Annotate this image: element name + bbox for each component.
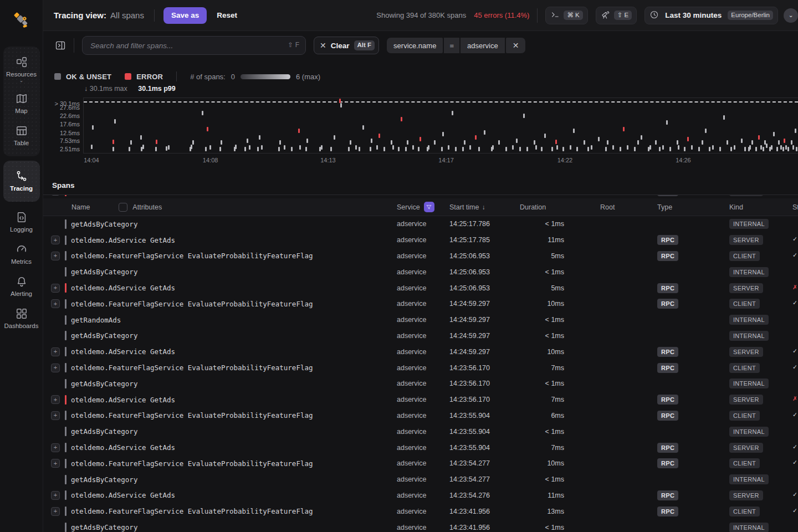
sidebar-item-map[interactable]: Map <box>3 88 40 120</box>
table-row[interactable]: + oteldemo.FeatureFlagService EvaluatePr… <box>43 248 798 264</box>
span-point[interactable] <box>442 132 444 136</box>
span-point[interactable] <box>555 140 557 144</box>
span-point[interactable] <box>773 132 775 136</box>
span-point[interactable] <box>434 140 436 145</box>
span-point[interactable] <box>412 145 414 150</box>
sidebar-item-dashboards[interactable]: Dashboards <box>3 303 40 335</box>
span-point[interactable] <box>448 145 449 150</box>
table-row[interactable]: + oteldemo.FeatureFlagService EvaluatePr… <box>43 360 798 376</box>
span-point[interactable] <box>130 140 132 145</box>
span-point[interactable] <box>709 147 710 151</box>
span-point[interactable] <box>155 147 157 151</box>
span-point[interactable] <box>541 147 543 151</box>
span-point[interactable] <box>556 145 558 150</box>
span-point[interactable] <box>383 147 385 151</box>
span-point[interactable] <box>339 99 341 103</box>
span-point[interactable] <box>340 103 342 108</box>
span-point[interactable] <box>782 147 784 151</box>
span-point[interactable] <box>235 145 237 149</box>
span-point[interactable] <box>192 140 194 145</box>
span-point[interactable] <box>428 145 429 150</box>
chart-plot-area[interactable] <box>83 98 798 154</box>
table-row[interactable]: + oteldemo.AdService GetAds adservice 14… <box>43 392 798 408</box>
span-point[interactable] <box>620 147 621 151</box>
span-point[interactable] <box>112 140 114 144</box>
span-point[interactable] <box>392 145 394 150</box>
table-row[interactable]: + getAdsByCategory adservice 14:25:06.95… <box>43 264 798 280</box>
span-point[interactable] <box>469 145 471 150</box>
table-row[interactable]: + getAdsByCategory adservice 14:23:41.95… <box>43 519 798 532</box>
span-point[interactable] <box>516 139 518 143</box>
span-point[interactable] <box>202 111 203 115</box>
span-point[interactable] <box>534 140 535 145</box>
span-point[interactable] <box>305 147 307 151</box>
span-point[interactable] <box>464 140 466 145</box>
span-point[interactable] <box>142 145 144 149</box>
span-point[interactable] <box>778 140 780 145</box>
span-point[interactable] <box>734 145 735 150</box>
filter-chip-key[interactable]: service.name <box>387 38 443 53</box>
span-point[interactable] <box>780 145 782 150</box>
table-row[interactable]: + oteldemo.AdService GetAds adservice 14… <box>43 439 798 456</box>
span-point[interactable] <box>562 147 564 151</box>
search-input[interactable] <box>82 36 306 55</box>
table-row[interactable]: + oteldemo.AdService GetAds adservice 14… <box>43 488 798 504</box>
span-point[interactable] <box>348 147 350 151</box>
span-point[interactable] <box>637 140 639 145</box>
table-row[interactable]: + oteldemo.AdService GetAds adservice 14… <box>43 344 798 360</box>
span-point[interactable] <box>284 145 285 150</box>
span-point[interactable] <box>612 145 614 150</box>
span-point[interactable] <box>257 147 259 151</box>
command-palette-button[interactable]: ⌘ K <box>545 7 587 24</box>
span-point[interactable] <box>691 145 693 150</box>
column-start-time[interactable]: Start time <box>449 203 479 211</box>
span-point[interactable] <box>306 139 308 143</box>
span-point[interactable] <box>705 129 707 133</box>
span-point[interactable] <box>526 147 528 151</box>
time-range-button[interactable]: Last 30 minutes Europe/Berlin <box>644 7 778 24</box>
span-point[interactable] <box>355 145 357 150</box>
span-point[interactable] <box>205 147 207 151</box>
span-point[interactable] <box>795 129 796 133</box>
span-point[interactable] <box>576 147 578 151</box>
table-row[interactable]: + oteldemo.FeatureFlagService EvaluatePr… <box>43 296 798 312</box>
span-point[interactable] <box>744 147 746 151</box>
span-point[interactable] <box>766 144 768 148</box>
filter-chip-value[interactable]: adservice <box>461 38 505 53</box>
span-point[interactable] <box>751 140 753 145</box>
span-point[interactable] <box>669 147 671 151</box>
span-point[interactable] <box>478 147 480 151</box>
column-status[interactable]: Status <box>787 203 798 211</box>
expand-row-button[interactable]: + <box>51 364 60 372</box>
expand-row-button[interactable]: + <box>51 491 60 500</box>
span-point[interactable] <box>452 111 453 115</box>
span-point[interactable] <box>498 140 500 145</box>
span-point[interactable] <box>662 145 664 150</box>
span-point[interactable] <box>666 120 668 125</box>
reset-button[interactable]: Reset <box>217 11 237 19</box>
attributes-checkbox[interactable] <box>119 203 127 212</box>
filter-chip-operator[interactable]: = <box>444 38 459 53</box>
span-point[interactable] <box>462 147 464 151</box>
expand-row-button[interactable]: + <box>51 411 60 420</box>
expand-row-button[interactable]: + <box>51 252 60 260</box>
span-point[interactable] <box>370 147 371 151</box>
span-point[interactable] <box>207 127 208 131</box>
service-filter-icon[interactable] <box>424 202 434 212</box>
expand-row-button[interactable]: + <box>51 507 60 516</box>
sidebar-item-resources[interactable]: Resources⌄ <box>3 51 40 88</box>
expand-row-button[interactable]: + <box>51 347 60 356</box>
span-point[interactable] <box>362 125 364 130</box>
app-logo[interactable] <box>9 8 34 32</box>
table-row[interactable]: + oteldemo.FeatureFlagService EvaluatePr… <box>43 456 798 472</box>
span-point[interactable] <box>112 147 114 151</box>
span-point[interactable] <box>791 140 792 145</box>
span-point[interactable] <box>634 147 636 151</box>
collapse-panel-icon[interactable] <box>54 39 66 52</box>
span-point[interactable] <box>92 125 94 130</box>
table-row[interactable]: + getAdsByCategory adservice 14:25:17.78… <box>43 216 798 232</box>
span-point[interactable] <box>649 145 651 150</box>
span-point[interactable] <box>512 145 514 150</box>
span-point[interactable] <box>785 145 787 150</box>
span-point[interactable] <box>359 147 360 151</box>
